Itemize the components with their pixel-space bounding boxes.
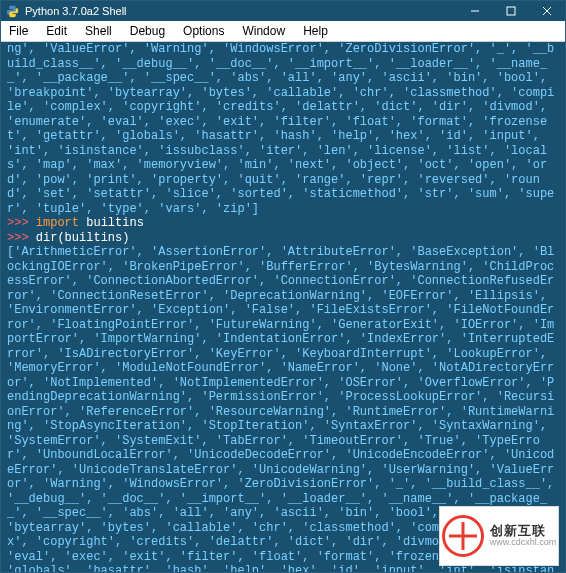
- console-output-top: ng', 'ValueError', 'Warning', 'WindowsEr…: [7, 42, 554, 216]
- console-area[interactable]: ng', 'ValueError', 'Warning', 'WindowsEr…: [1, 42, 565, 572]
- menu-edit[interactable]: Edit: [42, 24, 71, 38]
- menu-window[interactable]: Window: [238, 24, 289, 38]
- identifier-builtins: builtins: [79, 216, 144, 230]
- call-dir: dir: [36, 231, 58, 245]
- menu-shell[interactable]: Shell: [81, 24, 116, 38]
- keyword-import: import: [36, 216, 79, 230]
- titlebar[interactable]: Python 3.7.0a2 Shell: [1, 1, 565, 21]
- menu-file[interactable]: File: [5, 24, 32, 38]
- menubar: File Edit Shell Debug Options Window Hel…: [1, 21, 565, 42]
- watermark-icon: [442, 515, 484, 557]
- python-icon: [5, 4, 19, 18]
- watermark-title: 创新互联: [490, 523, 546, 538]
- menu-debug[interactable]: Debug: [126, 24, 169, 38]
- close-button[interactable]: [529, 1, 565, 21]
- window-controls: [457, 1, 565, 21]
- menu-help[interactable]: Help: [299, 24, 332, 38]
- app-window: Python 3.7.0a2 Shell File Edit Shell Deb…: [0, 0, 566, 573]
- prompt-icon: >>>: [7, 216, 36, 230]
- watermark-text: 创新互联 www.cdcxhl.com: [490, 524, 557, 548]
- arg-builtins: (builtins): [57, 231, 129, 245]
- svg-rect-1: [507, 7, 515, 15]
- maximize-button[interactable]: [493, 1, 529, 21]
- watermark-logo: 创新互联 www.cdcxhl.com: [439, 506, 559, 566]
- window-title: Python 3.7.0a2 Shell: [25, 5, 457, 17]
- watermark-sub: www.cdcxhl.com: [490, 538, 557, 548]
- menu-options[interactable]: Options: [179, 24, 228, 38]
- minimize-button[interactable]: [457, 1, 493, 21]
- prompt-icon: >>>: [7, 231, 36, 245]
